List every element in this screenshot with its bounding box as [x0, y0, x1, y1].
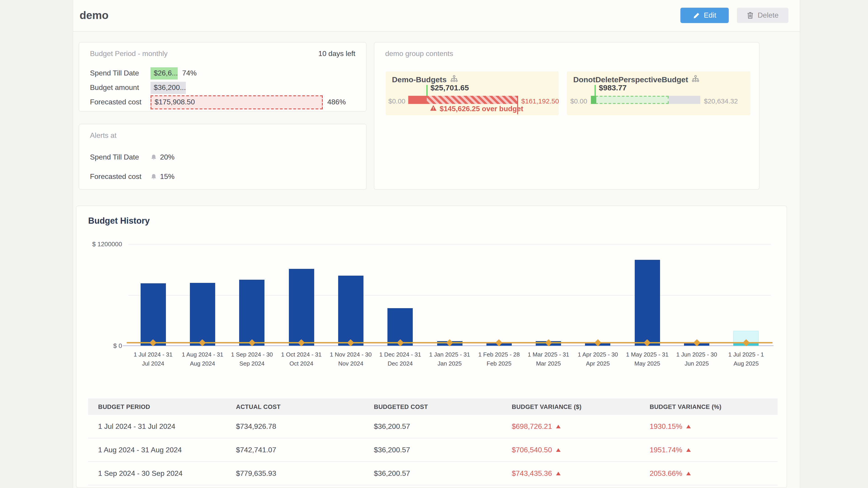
cell-actual-cost: $779,635.93 [226, 469, 364, 477]
group-contents-card-title: demo group contents [385, 50, 453, 58]
forecast-segment [591, 96, 669, 104]
x-axis-tick-label: 1 Jul 2024 - 31Jul 2024 [128, 350, 178, 368]
x-axis-tick-label: 1 Sep 2024 - 30Sep 2024 [227, 350, 277, 368]
table-body: 1 Jul 2024 - 31 Jul 2024$734,926.78$36,2… [88, 415, 778, 485]
cell-variance-pct: 1930.15% [640, 422, 778, 430]
x-axis-tick-label: 1 Jan 2025 - 31Jan 2025 [425, 350, 474, 368]
delete-button[interactable]: Delete [737, 8, 788, 23]
x-axis-tick-label: 1 Dec 2024 - 31Dec 2024 [375, 350, 425, 368]
alert-spend-label: Spend Till Date [90, 153, 151, 161]
cell-budget-period: 1 Aug 2024 - 31 Aug 2024 [88, 446, 226, 454]
x-axis-tick-label: 1 Mar 2025 - 31Mar 2025 [524, 350, 573, 368]
budget-period-card: Budget Period - monthly 10 days left Spe… [79, 42, 367, 111]
bar-min-label: $0.00 [388, 97, 405, 105]
page: demo Edit Delete Budget Period - monthl [0, 0, 868, 488]
over-budget-hatched-segment [427, 96, 518, 104]
over-budget-text: $145,626.25 over budget [440, 105, 523, 113]
bell-icon [151, 173, 157, 180]
spend-till-date-value-chip[interactable]: $26,6... [151, 67, 178, 79]
x-axis-tick-label: 1 Aug 2024 - 31Aug 2024 [178, 350, 227, 368]
days-left-label: 10 days left [318, 50, 355, 58]
cell-budgeted-cost: $36,200.57 [364, 469, 502, 477]
alert-spend-value: 20% [160, 153, 175, 161]
cell-budgeted-cost: $36,200.57 [364, 422, 502, 430]
table-header-row: BUDGET PERIOD ACTUAL COST BUDGETED COST … [88, 398, 778, 415]
page-header: demo Edit Delete [73, 0, 800, 32]
cell-budgeted-cost: $36,200.57 [364, 446, 502, 454]
actual-cost-bar[interactable] [289, 269, 314, 346]
budget-progress-bar[interactable] [408, 96, 518, 104]
x-axis-labels: 1 Jul 2024 - 31Jul 20241 Aug 2024 - 31Au… [128, 350, 771, 368]
spend-segment [591, 96, 596, 104]
actual-cost-bar[interactable] [141, 283, 166, 346]
gridline [128, 244, 771, 245]
x-axis-tick-label: 1 Nov 2024 - 30Nov 2024 [326, 350, 376, 368]
bell-icon [151, 154, 157, 161]
cell-variance-usd: $698,726.21 [502, 422, 640, 430]
budget-period-card-title: Budget Period - monthly [90, 50, 167, 58]
table-row: 1 Jul 2024 - 31 Jul 2024$734,926.78$36,2… [88, 415, 778, 438]
forecasted-cost-value-chip[interactable]: $175,908.50 [151, 95, 323, 109]
hierarchy-icon[interactable] [692, 75, 700, 85]
alerts-card: Alerts at Spend Till Date 20% Forecasted… [79, 124, 367, 190]
budget-tile-donotdelete[interactable]: DonotDeletePerspectiveBudget $983.77 $0.… [567, 71, 750, 115]
cell-budget-period: 1 Jul 2024 - 31 Jul 2024 [88, 422, 226, 430]
spend-till-date-row: Spend Till Date $26,6... 74% [90, 67, 357, 79]
x-axis-tick-label: 1 Oct 2024 - 31Oct 2024 [277, 350, 326, 368]
variance-up-icon [556, 424, 561, 428]
pencil-icon [693, 12, 700, 19]
chart-plot-area [128, 244, 771, 346]
spend-segment [408, 96, 427, 104]
cell-variance-usd: $743,435.36 [502, 469, 640, 477]
table-row: 1 Sep 2024 - 30 Sep 2024$779,635.93$36,2… [88, 462, 778, 485]
tile-name-label: Demo-Budgets [392, 75, 447, 85]
actual-cost-bar[interactable] [634, 260, 660, 346]
budget-history-card: Budget History $ 1200000 $ 0 1 Jul 2024 … [76, 205, 787, 488]
cell-variance-pct: 1951.74% [640, 446, 778, 454]
page-title: demo [80, 9, 108, 22]
x-axis-tick-label: 1 May 2025 - 31May 2025 [622, 350, 672, 368]
cell-actual-cost: $734,926.78 [226, 422, 364, 430]
spend-till-date-percent: 74% [182, 69, 197, 77]
budget-progress-bar[interactable] [591, 96, 700, 104]
x-axis-tick-label: 1 Jul 2025 - 1Aug 2025 [721, 350, 771, 368]
spend-till-date-label: Spend Till Date [90, 69, 151, 77]
edit-button[interactable]: Edit [680, 8, 729, 23]
variance-up-icon [556, 448, 561, 452]
budget-amount-value-chip[interactable]: $36,200.... [151, 82, 186, 94]
alert-forecast-value: 15% [160, 173, 175, 181]
actual-cost-bar[interactable] [239, 280, 265, 346]
col-budget-variance-pct: BUDGET VARIANCE (%) [640, 403, 778, 410]
col-budget-period: BUDGET PERIOD [88, 403, 226, 410]
y-axis-label-top: $ 1200000 [76, 240, 122, 248]
bar-max-label: $20,634.32 [704, 97, 738, 105]
tile-name-row: DonotDeletePerspectiveBudget [573, 75, 700, 85]
col-budget-variance-usd: BUDGET VARIANCE ($) [502, 403, 640, 410]
budget-tile-demo-budgets[interactable]: Demo-Budgets $25,701.65 $0.00 $ [385, 71, 559, 115]
y-axis-label-zero: $ 0 [76, 342, 122, 349]
budget-amount-row: Budget amount $36,200.... [90, 81, 357, 94]
forecasted-cost-row: Forecasted cost $175,908.50 486% [90, 96, 357, 108]
actual-cost-bar[interactable] [338, 275, 364, 346]
budget-period-rows: Spend Till Date $26,6... 74% Budget amou… [90, 67, 357, 110]
cell-actual-cost: $742,741.07 [226, 446, 364, 454]
delete-button-label: Delete [758, 11, 779, 20]
alert-rows: Spend Till Date 20% Forecasted cost 15% [90, 151, 357, 190]
x-axis-tick-label: 1 Feb 2025 - 28Feb 2025 [474, 350, 524, 368]
table-row: 1 Aug 2024 - 31 Aug 2024$742,741.07$36,2… [88, 438, 778, 462]
bar-max-label: $161,192.50 [521, 97, 559, 105]
warning-icon [430, 105, 436, 113]
cell-variance-pct: 2053.66% [640, 469, 778, 477]
budget-history-table: BUDGET PERIOD ACTUAL COST BUDGETED COST … [88, 398, 778, 485]
x-axis-tick-label: 1 Jun 2025 - 30Jun 2025 [672, 350, 721, 368]
group-contents-card: demo group contents Demo-Budgets $25,701… [374, 42, 760, 190]
tile-name-label: DonotDeletePerspectiveBudget [573, 75, 688, 85]
cell-budget-period: 1 Sep 2024 - 30 Sep 2024 [88, 469, 226, 477]
cell-variance-usd: $706,540.50 [502, 446, 640, 454]
actual-cost-bar[interactable] [190, 283, 215, 346]
variance-up-icon [556, 471, 561, 475]
col-actual-cost: ACTUAL COST [226, 403, 364, 410]
budget-history-title: Budget History [88, 216, 150, 226]
alert-row-forecast: Forecasted cost 15% [90, 171, 357, 183]
x-axis-tick-label: 1 Apr 2025 - 30Apr 2025 [573, 350, 623, 368]
